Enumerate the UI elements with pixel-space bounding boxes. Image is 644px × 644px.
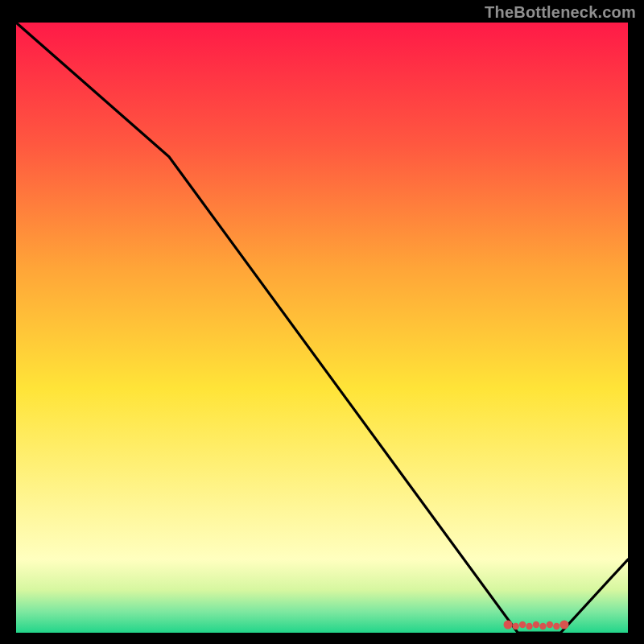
svg-point-2 bbox=[512, 623, 518, 630]
chart-plot-area bbox=[16, 23, 628, 633]
chart-overlay bbox=[16, 23, 628, 633]
svg-point-10 bbox=[504, 621, 513, 630]
svg-point-11 bbox=[560, 621, 569, 630]
svg-point-5 bbox=[533, 621, 539, 628]
svg-point-3 bbox=[519, 621, 526, 628]
svg-point-7 bbox=[547, 621, 553, 628]
chart-frame: TheBottleneck.com bbox=[0, 0, 644, 644]
bottleneck-curve bbox=[16, 23, 628, 633]
svg-point-8 bbox=[553, 623, 559, 630]
svg-point-6 bbox=[539, 623, 546, 630]
attribution-label: TheBottleneck.com bbox=[485, 3, 636, 22]
minimum-marker bbox=[504, 621, 569, 630]
svg-point-4 bbox=[526, 623, 532, 630]
